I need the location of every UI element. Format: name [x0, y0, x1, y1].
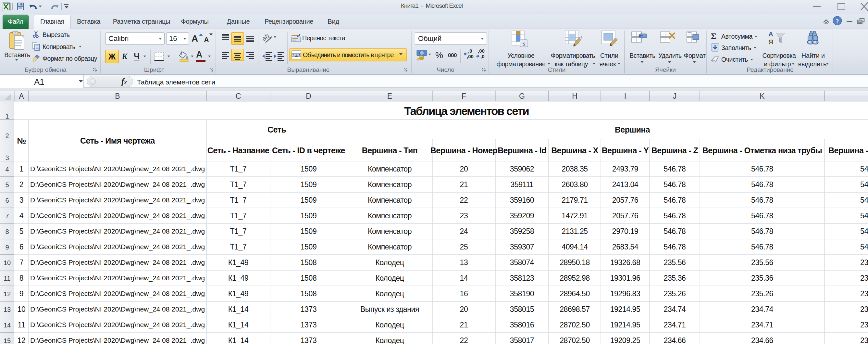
svg-text:D:\GeoniCS Projects\NI 2020\Dw: D:\GeoniCS Projects\NI 2020\Dwg\new_24 0… — [30, 196, 205, 204]
svg-text:14: 14 — [4, 322, 11, 329]
svg-text:235.56: 235.56 — [751, 258, 773, 267]
svg-text:25: 25 — [460, 242, 468, 251]
svg-text:1508: 1508 — [301, 274, 317, 282]
svg-text:Компенсатор: Компенсатор — [368, 242, 412, 251]
svg-text:20: 20 — [460, 305, 468, 313]
svg-text:D:\GeoniCS Projects\NI 2020\Dw: D:\GeoniCS Projects\NI 2020\Dwg\new_24 0… — [30, 321, 205, 329]
svg-text:234.71: 234.71 — [664, 321, 686, 329]
svg-text:359160: 359160 — [510, 196, 534, 204]
svg-text:Вершина - От: Вершина - От — [828, 146, 868, 155]
svg-text:К1_14: К1_14 — [228, 321, 249, 329]
svg-text:C: C — [236, 92, 241, 101]
svg-text:10: 10 — [18, 305, 26, 313]
svg-text:Вершина - Z: Вершина - Z — [651, 146, 698, 155]
svg-text:546.78: 546.78 — [860, 180, 868, 189]
svg-text:1: 1 — [20, 165, 23, 173]
svg-text:3: 3 — [20, 196, 23, 204]
svg-text:D:\GeoniCS Projects\NI 2020\Dw: D:\GeoniCS Projects\NI 2020\Dwg\new_24 0… — [30, 290, 205, 297]
svg-text:1472.91: 1472.91 — [562, 211, 588, 220]
svg-text:2038.35: 2038.35 — [562, 165, 588, 173]
svg-text:546.78: 546.78 — [664, 165, 686, 173]
svg-text:546.78: 546.78 — [751, 196, 773, 204]
svg-text:Сеть - Название: Сеть - Название — [208, 146, 270, 155]
svg-text:1373: 1373 — [301, 321, 317, 329]
svg-text:Колодец: Колодец — [375, 336, 404, 344]
svg-text:К1_14: К1_14 — [228, 336, 249, 344]
svg-text:D:\GeoniCS Projects\NI 2020\Dw: D:\GeoniCS Projects\NI 2020\Dwg\new_24 0… — [30, 243, 205, 251]
svg-text:Колодец: Колодец — [375, 321, 404, 329]
svg-text:8: 8 — [20, 274, 23, 282]
svg-text:235.26: 235.26 — [664, 289, 686, 298]
svg-text:28702.50: 28702.50 — [560, 321, 590, 329]
svg-text:Вершина - Отметка низа трубы: Вершина - Отметка низа трубы — [703, 146, 822, 155]
svg-text:546.78: 546.78 — [751, 227, 773, 235]
svg-text:D:\GeoniCS Projects\NI 2020\Dw: D:\GeoniCS Projects\NI 2020\Dwg\new_24 0… — [30, 305, 205, 313]
svg-text:546.78: 546.78 — [664, 242, 686, 251]
svg-text:,00: ,00 — [478, 49, 485, 54]
svg-text:19296.83: 19296.83 — [610, 289, 641, 298]
svg-text:1373: 1373 — [301, 305, 317, 313]
svg-text:2413.04: 2413.04 — [612, 180, 639, 189]
svg-text:234.71: 234.71 — [751, 321, 773, 329]
svg-text:4: 4 — [20, 211, 24, 220]
svg-text:Сеть - ID в чертеже: Сеть - ID в чертеже — [272, 146, 345, 155]
svg-text:235.26: 235.26 — [860, 289, 868, 298]
svg-text:546.78: 546.78 — [860, 227, 868, 235]
svg-text:234.74: 234.74 — [860, 305, 868, 313]
svg-text:359062: 359062 — [510, 165, 534, 173]
svg-text:Сеть: Сеть — [268, 125, 286, 134]
svg-text:1509: 1509 — [301, 165, 317, 173]
svg-text:K: K — [760, 92, 765, 101]
svg-text:G: G — [519, 92, 525, 101]
svg-text:2970.19: 2970.19 — [612, 227, 638, 235]
svg-text:28952.98: 28952.98 — [560, 274, 590, 282]
svg-text:≤: ≤ — [523, 41, 525, 47]
svg-text:ab: ab — [263, 33, 270, 42]
svg-text:Колодец: Колодец — [375, 289, 404, 298]
svg-text:16: 16 — [460, 289, 468, 298]
svg-text:234.74: 234.74 — [664, 305, 686, 313]
svg-text:Колодец: Колодец — [375, 274, 404, 282]
svg-text:D:\GeoniCS Projects\NI 2020\Dw: D:\GeoniCS Projects\NI 2020\Dwg\new_24 0… — [30, 227, 205, 235]
svg-text:19214.95: 19214.95 — [610, 305, 641, 313]
svg-text:28702.50: 28702.50 — [560, 336, 590, 344]
svg-text:Таблица элементов сети: Таблица элементов сети — [404, 105, 529, 117]
svg-text:Компенсатор: Компенсатор — [368, 227, 412, 235]
svg-text:546.78: 546.78 — [860, 211, 868, 220]
svg-text:2683.54: 2683.54 — [612, 242, 639, 251]
svg-text:1509: 1509 — [301, 227, 317, 235]
svg-text:359209: 359209 — [510, 211, 534, 220]
svg-text:Я: Я — [768, 38, 773, 46]
svg-text:8: 8 — [5, 228, 9, 235]
svg-text:Вершина - Y: Вершина - Y — [602, 146, 649, 155]
svg-text:Вершина - Тип: Вершина - Тип — [362, 146, 418, 155]
svg-text:235.26: 235.26 — [751, 289, 773, 298]
svg-text:A: A — [19, 92, 24, 101]
svg-text:24: 24 — [460, 227, 468, 235]
svg-text:Компенсатор: Компенсатор — [368, 180, 412, 189]
svg-text:Вершина: Вершина — [615, 125, 651, 134]
svg-text:19209.25: 19209.25 — [610, 336, 641, 344]
svg-text:21: 21 — [460, 321, 468, 329]
svg-text:1509: 1509 — [301, 196, 317, 204]
svg-text:T1_7: T1_7 — [230, 211, 247, 220]
svg-text:1508: 1508 — [301, 258, 317, 267]
svg-text:H: H — [572, 92, 578, 101]
svg-text:1: 1 — [5, 113, 9, 120]
svg-text:546.78: 546.78 — [664, 180, 686, 189]
svg-text:546.78: 546.78 — [751, 211, 773, 220]
svg-text:234.66: 234.66 — [751, 336, 773, 344]
svg-text:19301.96: 19301.96 — [610, 274, 641, 282]
svg-text:235.56: 235.56 — [860, 258, 868, 267]
svg-text:2179.71: 2179.71 — [562, 196, 588, 204]
svg-text:1508: 1508 — [301, 289, 317, 298]
svg-text:D:\GeoniCS Projects\NI 2020\Dw: D:\GeoniCS Projects\NI 2020\Dwg\new_24 0… — [30, 212, 205, 220]
svg-text:1509: 1509 — [301, 180, 317, 189]
svg-text:D:\GeoniCS Projects\NI 2020\Dw: D:\GeoniCS Projects\NI 2020\Dwg\new_24 0… — [30, 337, 205, 344]
svg-text:1509: 1509 — [301, 211, 317, 220]
svg-text:9: 9 — [5, 243, 9, 251]
svg-text:546.78: 546.78 — [860, 196, 868, 204]
svg-text:T1_7: T1_7 — [230, 165, 247, 173]
svg-text:15: 15 — [4, 337, 11, 344]
svg-text:359307: 359307 — [510, 242, 534, 251]
